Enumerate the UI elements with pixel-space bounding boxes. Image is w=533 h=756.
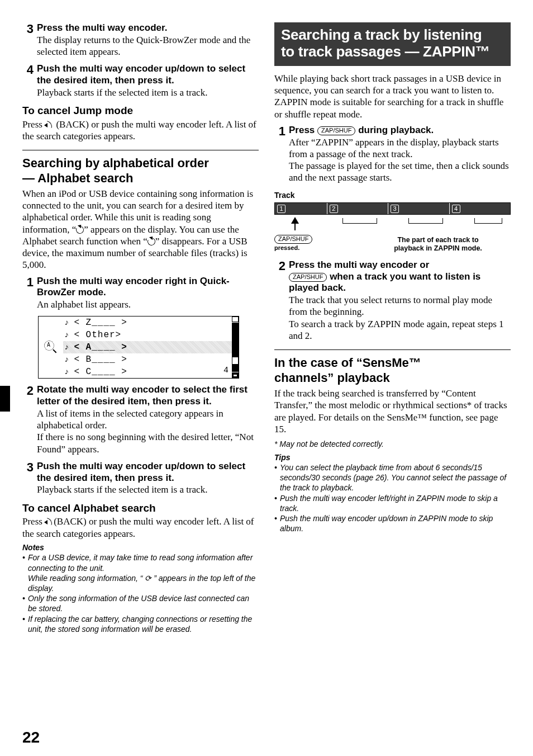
step-title: Push the multi way encoder up/down to se… (37, 461, 259, 484)
alpha-heading: Searching by alphabetical order — Alphab… (22, 156, 259, 186)
lcd-row-text: < Other> (74, 329, 121, 341)
track-row: 1 2 3 4 (274, 202, 511, 215)
title-part: Press (289, 125, 317, 135)
step-number: 2 (22, 384, 37, 455)
step-text: The display returns to the Quick-BrowZer… (37, 34, 259, 58)
text-part: Press (22, 119, 45, 130)
lcd-row-text: < A____ > (74, 342, 127, 353)
note-icon: ♪ (64, 367, 69, 377)
tip-item: You can select the playback time from ab… (274, 462, 511, 493)
lcd-row: ♪< Other> (63, 329, 232, 341)
step-title: Push the multi way encoder up/down to se… (37, 63, 259, 86)
zap-shuf-button: ZAP/SHUF (289, 273, 327, 282)
text-part: Press (22, 516, 45, 527)
zap-shuf-button: ZAP/SHUF (317, 126, 355, 135)
banner-line: Searching a track by listening (281, 26, 482, 43)
arrow-stem (294, 224, 296, 230)
page-number: 22 (22, 727, 40, 747)
title-part: during playback. (355, 125, 434, 135)
title-part: Press the multi way encoder or (289, 259, 429, 270)
zappin-step-1: 1 Press ZAP/SHUF during playback. After … (274, 125, 511, 184)
sensme-text: If the track being searched is transferr… (274, 388, 511, 435)
heading-line: Searching by alphabetical order (22, 156, 209, 170)
track-segment: 4 (449, 203, 510, 214)
segment-number: 3 (391, 205, 399, 213)
step-3: 3 Press the multi way encoder. The displ… (22, 22, 259, 58)
alpha-step-2: 2 Rotate the multi way encoder to select… (22, 384, 259, 455)
step-title: Push the multi way encoder right in Quic… (37, 276, 259, 299)
notes-heading: Notes (22, 543, 259, 553)
note-icon: ♪ (64, 330, 69, 341)
step-number: 1 (274, 125, 289, 184)
step-title: Press the multi way encoder. (37, 22, 259, 34)
lcd-row-text: < B____ > (74, 354, 127, 365)
track-segment: 2 (327, 203, 388, 214)
lcd-display: A ♪< Z____ > ♪< Other> ♪< A____ > ♪< B__… (38, 316, 239, 379)
lcd-scrollbar (232, 316, 239, 378)
note-icon: ♪ (64, 318, 69, 328)
tips-heading: Tips (274, 453, 511, 463)
bracket-icon (408, 218, 443, 224)
arrow-up-icon (291, 217, 299, 224)
alpha-step-3: 3 Push the multi way encoder up/down to … (22, 461, 259, 496)
step-text: A list of items in the selected category… (37, 408, 259, 455)
zappin-step-2: 2 Press the multi way encoder or ZAP/SHU… (274, 259, 511, 342)
alpha-intro: When an iPod or USB device containing so… (22, 188, 259, 271)
note-icon: ♪ (64, 343, 69, 353)
cancel-jump-heading: To cancel Jump mode (22, 104, 259, 117)
step-text: The track that you select returns to nor… (289, 294, 511, 342)
tip-item: Push the multi way encoder up/down in ZA… (274, 513, 511, 533)
segment-number: 1 (277, 205, 285, 213)
lcd-icon-col: A (39, 316, 63, 378)
lcd-row-selected: ♪< A____ > (63, 341, 232, 353)
magnifier-icon: A (44, 341, 58, 354)
sensme-heading: In the case of “SensMe™ channels” playba… (274, 356, 511, 385)
track-label: Track (274, 191, 511, 201)
back-icon (45, 121, 54, 128)
step-text: Playback starts if the selected item is … (37, 484, 259, 495)
page-columns: 3 Press the multi way encoder. The displ… (22, 22, 511, 634)
step-text: An alphabet list appears. (37, 299, 259, 310)
back-icon (45, 518, 54, 525)
lcd-row: ♪< C____ > (63, 366, 232, 378)
cancel-alpha-text: Press (BACK) or push the multi way encod… (22, 516, 259, 540)
zappin-intro: While playing back short track passages … (274, 73, 511, 120)
track-segment: 1 (275, 203, 327, 214)
banner-title: Searching a track by listening to track … (281, 27, 504, 60)
text-part: (BACK) or push the multi way encoder lef… (22, 516, 254, 538)
caption-line: playback in ZAPPIN mode. (394, 244, 482, 252)
caption-line: The part of each track to (397, 236, 478, 244)
segment-number: 4 (452, 205, 460, 213)
step-number: 3 (22, 22, 37, 58)
lcd-row-text: < C____ > (74, 366, 127, 377)
divider (274, 349, 511, 350)
track-under: ZAP/SHUF pressed. The part of each track… (274, 216, 511, 255)
cancel-alpha-heading: To cancel Alphabet search (22, 502, 259, 515)
zap-pressed-label: ZAP/SHUF pressed. (274, 235, 330, 252)
track-diagram: 1 2 3 4 ZAP/SHUF pressed. The part of ea… (274, 202, 511, 255)
right-column: Searching a track by listening to track … (274, 22, 511, 634)
heading-line: In the case of “SensMe™ (274, 356, 421, 370)
section-banner: Searching a track by listening to track … (274, 22, 511, 66)
lcd-row: ♪< B____ > (63, 353, 232, 366)
lcd-row: ♪< Z____ > (63, 316, 232, 329)
lcd-row-text: < Z____ > (74, 317, 127, 328)
lcd-counter: 4 (223, 366, 229, 376)
segment-number: 2 (330, 205, 338, 213)
pressed-text: pressed. (274, 244, 299, 251)
cancel-jump-text: Press (BACK) or push the multi way encod… (22, 119, 259, 143)
heading-line: channels” playback (274, 371, 390, 385)
note-item: If replacing the car battery, changing c… (22, 614, 259, 634)
step-title: Rotate the multi way encoder to select t… (37, 384, 259, 407)
step-title: Press ZAP/SHUF during playback. (289, 125, 511, 136)
alpha-step-1: 1 Push the multi way encoder right in Qu… (22, 276, 259, 311)
note-item: For a USB device, it may take time to re… (22, 552, 259, 593)
track-segment: 3 (388, 203, 449, 214)
note-icon: ♪ (64, 355, 69, 365)
step-text: After “ZAPPIN” appears in the display, p… (289, 136, 511, 184)
step-title: Press the multi way encoder or ZAP/SHUF … (289, 259, 511, 294)
notes-list: For a USB device, it may take time to re… (22, 552, 259, 634)
step-number: 1 (22, 276, 37, 311)
step-number: 2 (274, 259, 289, 342)
bracket-icon (474, 218, 502, 224)
